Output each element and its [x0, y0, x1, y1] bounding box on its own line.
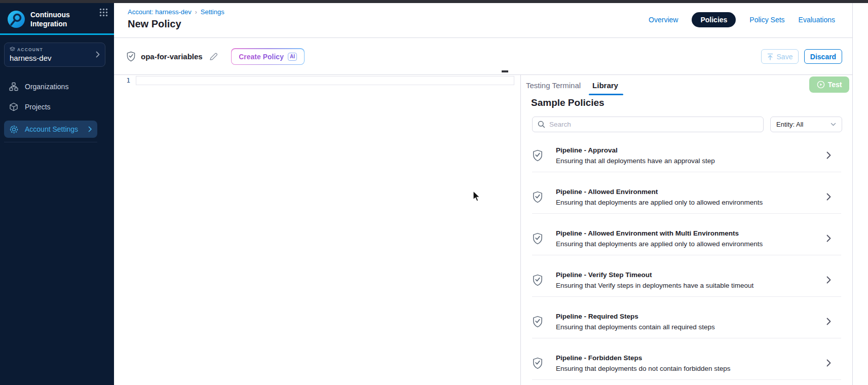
chevron-down-icon	[831, 123, 836, 126]
discard-label: Discard	[810, 53, 836, 61]
chevron-right-icon	[826, 276, 831, 284]
cube-icon	[9, 102, 19, 112]
chevron-right-icon	[826, 318, 831, 325]
policy-description: Ensuring that deployments are applied on…	[556, 199, 826, 206]
breadcrumb-separator: ›	[195, 9, 197, 16]
create-policy-label: Create Policy	[239, 53, 284, 61]
play-circle-icon	[817, 81, 825, 89]
org-chart-icon	[9, 82, 19, 92]
policy-title: Pipeline - Verify Step Timeout	[556, 271, 826, 279]
sample-policy-list: Pipeline - Approval Ensuring that all de…	[532, 131, 841, 380]
search-icon	[538, 121, 545, 128]
shield-check-icon	[532, 316, 543, 328]
library-panel: Testing Terminal Library Test Sample Pol…	[521, 75, 852, 385]
discard-button[interactable]: Discard	[804, 49, 842, 64]
page-scroll-gutter[interactable]	[852, 3, 868, 385]
sidebar-item-label: Organizations	[25, 83, 68, 91]
policy-description: Ensuring that deployments contain all re…	[556, 323, 826, 331]
chevron-right-icon	[88, 126, 92, 132]
sidebar-accent-divider	[0, 33, 114, 35]
shield-check-icon	[532, 274, 543, 286]
sidebar-item-projects[interactable]: Projects	[0, 97, 114, 117]
breadcrumb-settings-link[interactable]: Settings	[201, 8, 224, 16]
policy-list-item[interactable]: Pipeline - Forbidden Steps Ensuring that…	[532, 338, 841, 380]
panel-tabs: Testing Terminal Library	[526, 75, 618, 95]
policy-description: Ensuring that deployments are applied on…	[556, 240, 826, 248]
policy-list-item[interactable]: Pipeline - Required Steps Ensuring that …	[532, 297, 841, 338]
edit-name-pencil-icon[interactable]	[209, 52, 218, 61]
policy-title: Pipeline - Allowed Environment	[556, 188, 826, 196]
policy-title: Pipeline - Required Steps	[556, 313, 826, 320]
ai-badge: AI	[288, 53, 297, 61]
shield-check-icon	[532, 357, 543, 369]
account-label: ACCOUNT	[17, 47, 43, 52]
test-button[interactable]: Test	[809, 76, 849, 93]
gear-icon	[9, 124, 19, 134]
app-window: Continuous Integration ACCOUNT harness-d…	[0, 0, 868, 385]
policy-description: Ensuring that Verify steps in deployment…	[556, 282, 826, 289]
editor-overview-marker	[502, 70, 508, 72]
policy-description: Ensuring that all deployments have an ap…	[556, 157, 826, 165]
entity-filter-select[interactable]: Entity: All	[770, 117, 842, 132]
search-box	[532, 117, 764, 132]
policy-nav-tabs: Overview Policies Policy Sets Evaluation…	[649, 12, 835, 27]
upload-icon	[767, 53, 773, 60]
policy-description: Ensuring that deployments do not contain…	[556, 365, 826, 372]
policy-list-item[interactable]: Pipeline - Verify Step Timeout Ensuring …	[532, 255, 841, 297]
sidebar: Continuous Integration ACCOUNT harness-d…	[0, 3, 114, 385]
sidebar-item-label: Account Settings	[25, 125, 78, 133]
account-selector[interactable]: ACCOUNT harness-dev	[4, 43, 105, 67]
policy-list-item[interactable]: Pipeline - Approval Ensuring that all de…	[532, 131, 841, 172]
save-button[interactable]: Save	[761, 49, 799, 64]
policy-toolbar: opa-for-variables Create Policy AI	[114, 38, 852, 75]
layers-icon	[10, 47, 15, 52]
sidebar-item-organizations[interactable]: Organizations	[0, 76, 114, 97]
policy-title: Pipeline - Allowed Environment with Mult…	[556, 229, 826, 237]
chevron-right-icon	[826, 151, 831, 159]
module-grid-icon[interactable]	[99, 8, 108, 17]
policy-name: opa-for-variables	[141, 52, 203, 61]
page-header: Account: harness-dev › Settings New Poli…	[114, 3, 852, 38]
tab-policies[interactable]: Policies	[692, 12, 736, 27]
breadcrumb: Account: harness-dev › Settings	[128, 8, 224, 16]
sidebar-item-account-settings[interactable]: Account Settings	[4, 121, 97, 138]
tab-overview[interactable]: Overview	[649, 16, 678, 24]
editor-line-number: 1	[121, 76, 130, 84]
shield-check-icon	[532, 149, 543, 162]
policy-list-item[interactable]: Pipeline - Allowed Environment Ensuring …	[532, 172, 841, 214]
search-input[interactable]	[549, 121, 758, 128]
shield-check-icon	[126, 51, 136, 62]
create-policy-button[interactable]: Create Policy AI	[231, 48, 305, 65]
policy-title: Pipeline - Approval	[556, 146, 826, 154]
tab-policy-sets[interactable]: Policy Sets	[749, 16, 784, 24]
product-header: Continuous Integration	[7, 10, 107, 28]
tab-evaluations[interactable]: Evaluations	[799, 16, 835, 24]
chevron-right-icon	[96, 51, 100, 58]
account-name: harness-dev	[10, 54, 100, 62]
entity-filter-value: Entity: All	[776, 121, 803, 128]
sidebar-item-label: Projects	[25, 103, 51, 111]
chevron-right-icon	[826, 235, 831, 242]
chevron-right-icon	[826, 193, 831, 201]
save-label: Save	[777, 53, 793, 61]
policy-list-item[interactable]: Pipeline - Allowed Environment with Mult…	[532, 214, 841, 255]
tab-active-underline	[589, 94, 623, 95]
harness-ci-logo-icon	[7, 10, 25, 28]
policy-title: Pipeline - Forbidden Steps	[556, 354, 826, 362]
tab-testing-terminal[interactable]: Testing Terminal	[526, 81, 581, 90]
editor-current-line[interactable]	[136, 76, 514, 85]
sample-policies-heading: Sample Policies	[531, 97, 605, 108]
shield-check-icon	[532, 191, 543, 203]
product-name: Continuous Integration	[30, 10, 70, 28]
breadcrumb-account-link[interactable]: Account: harness-dev	[128, 8, 192, 16]
sidebar-divider	[4, 142, 97, 142]
tab-library[interactable]: Library	[592, 81, 618, 90]
page-title: New Policy	[128, 18, 181, 30]
shield-check-icon	[532, 233, 543, 245]
chevron-right-icon	[826, 359, 831, 367]
policy-code-editor[interactable]: 1	[114, 75, 520, 385]
test-label: Test	[828, 81, 842, 89]
